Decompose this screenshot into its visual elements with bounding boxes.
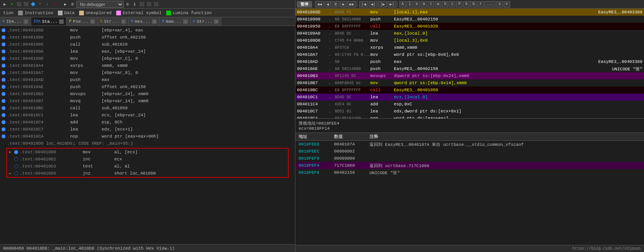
tab-hex-close[interactable]: ✕	[152, 19, 157, 24]
code-line-8[interactable]: .text:004010AD push eax	[0, 76, 295, 83]
toolbar-icon-pause[interactable]: ⏸	[69, 1, 76, 7]
d-ops-4: eax,[local.9]	[394, 31, 642, 36]
toolbar-icon-2[interactable]: ⬛	[23, 1, 29, 7]
rt-btn-1[interactable]: ◀◀	[315, 1, 324, 7]
rt-btn-b[interactable]: b	[470, 1, 477, 7]
disasm-line-13[interactable]: 004010C1 . 8D4D DC lea ecx,[local.9]	[295, 94, 644, 101]
disasm-line-15[interactable]: 004010C7 . 8D51 01 lea edx,dword ptr ds:…	[295, 108, 644, 115]
rt-btn-s[interactable]: s	[496, 1, 503, 7]
mem-row-3[interactable]: 0018FEF0 00000000	[295, 155, 644, 162]
pause-button[interactable]: 暂停	[297, 1, 312, 7]
debugger-select[interactable]: No debugger	[76, 1, 124, 8]
disasm-line-7[interactable]: 004010A7 . 66:C745 F8 0... mov word ptr …	[295, 51, 644, 58]
code-line-16[interactable]: .text:004010CA nop word ptr [eax+eax+00h…	[0, 133, 295, 140]
code-area[interactable]: .text:0040108D mov [ebp+var_4], eax .tex…	[0, 26, 295, 244]
rt-btn-dots[interactable]: ...	[484, 1, 496, 7]
rt-btn-h[interactable]: h	[442, 1, 448, 7]
toolbar-icon-settings[interactable]: ⚙	[124, 1, 131, 7]
rt-btn-8[interactable]: |▶	[378, 1, 387, 7]
loop-line-4[interactable]: ↩ .text:004010D5 jnz short loc_4010D0	[7, 170, 288, 177]
code-line-3[interactable]: .text:00401095 call sub_401020	[0, 41, 295, 48]
rt-btn-t[interactable]: t	[428, 1, 434, 7]
code-line-6[interactable]: .text:004010A4 xorps xmm0, xmm0	[0, 62, 295, 69]
disasm-line-8[interactable]: 004010AD . 50 push eax EasyRE3_.00403388	[295, 58, 644, 65]
disasm-line-6[interactable]: 004010A4 . 0F57C0 xorps xmm0,xmm0	[295, 44, 644, 51]
rt-btn-menu[interactable]: ≡	[504, 1, 510, 7]
rt-btn-2[interactable]: ◀	[325, 1, 331, 7]
toolbar-icon-more1[interactable]: ⬛	[139, 1, 145, 7]
disasm-line-10[interactable]: 004010B3 . 0F1145 DC movups dqword ptr s…	[295, 72, 644, 79]
rt-btn-k[interactable]: k	[463, 1, 470, 7]
disasm-line-1[interactable]: 00401080D . 8945 FC mov [local.1],eax Ea…	[295, 9, 644, 16]
code-line-12[interactable]: .text:004010BC call sub_401050	[0, 105, 295, 112]
code-line-15[interactable]: .text:004010C7 lea edx, [ecx+1]	[0, 126, 295, 133]
disasm-line-3[interactable]: 004010950 . E8 86FFFFFF call EasyRE3_.00…	[295, 23, 644, 30]
tab-nam[interactable]: N Nam... ✕	[160, 17, 191, 26]
rt-btn-P[interactable]: P	[456, 1, 462, 7]
tab-ida[interactable]: A IDA... ✕	[0, 17, 31, 26]
code-line-14[interactable]: .text:004010C4 add esp, 0Ch	[0, 119, 295, 126]
mem-row-4[interactable]: 0018FEF4 717C1060 返回到 ucrtbase.717C1060	[295, 162, 644, 169]
disasm-line-16[interactable]: 004010CA . 66:0F1F4400 nop word ptr ds:[…	[295, 115, 644, 119]
code-line-13[interactable]: .text:004010C1 lea ecx, [ebp+var_24]	[0, 112, 295, 119]
rt-btn-5[interactable]: ▶▶	[347, 1, 356, 7]
code-line-1[interactable]: .text:0040108D mov [ebp+var_4], eax	[0, 27, 295, 34]
rt-btn-m[interactable]: m	[421, 1, 427, 7]
code-line-7[interactable]: .text:004010A7 mov [ebp+var_8], 0	[0, 69, 295, 76]
rt-btn-4[interactable]: ▶	[340, 1, 347, 7]
disasm-line-14[interactable]: 004011C4 . 83C4 0C add esp,0xC	[295, 101, 644, 108]
rt-btn-w[interactable]: w	[435, 1, 441, 7]
tab-pse-close[interactable]: ✕	[90, 19, 95, 24]
loop-line-1[interactable]: ➤ .text:004010D0 mov al, [ecx]	[7, 149, 288, 156]
mem-row-2[interactable]: 0018FEEC 00000002	[295, 148, 644, 155]
tab-str1-close[interactable]: ✕	[121, 19, 126, 24]
rt-btn-c[interactable]: c	[449, 1, 455, 7]
mem-row-5[interactable]: 0018FEF8 00402158 UNICODE "张"	[295, 169, 644, 176]
rt-btn-A[interactable]: A	[399, 1, 406, 7]
toolbar-icon-blue[interactable]: 🔷	[30, 1, 36, 7]
tab-pse[interactable]: P Pse... ✕	[67, 17, 98, 26]
tab-nam-close[interactable]: ✕	[183, 19, 188, 24]
toolbar-icon-stop[interactable]: ✕	[51, 1, 58, 7]
disasm-line-5[interactable]: 0040109D0 . C745 F4 0000 mov [local.3],0…	[295, 37, 644, 44]
toolbar-icon-more3[interactable]: ⬛	[153, 1, 159, 7]
rt-btn-3[interactable]: ⏸	[332, 1, 340, 7]
rt-btn-7[interactable]: ◀|	[369, 1, 377, 7]
tab-str2-close[interactable]: ✕	[214, 19, 219, 24]
toolbar-icon-4[interactable]: ↓	[44, 1, 50, 7]
tab-sta-close[interactable]: ✕	[59, 19, 64, 24]
disasm-line-4[interactable]: 0040109A0 . 8D45 DC lea eax,[local.9]	[295, 30, 644, 37]
tab-str1[interactable]: S Str... ✕	[98, 17, 129, 26]
toolbar-icon-debug[interactable]: ▶	[2, 1, 8, 7]
toolbar-icon-3[interactable]: ↑	[37, 1, 43, 7]
toolbar-icon-more2[interactable]: ⬛	[146, 1, 152, 7]
toolbar-icon-green[interactable]: ●	[9, 1, 15, 7]
tab-sta[interactable]: IDA Sta... ✕	[31, 17, 67, 26]
mem-row-1[interactable]: 0018FEE8 0040107A 返回到 EasyRE3_.0040107A …	[295, 141, 644, 148]
rt-btn-9[interactable]: ▶|	[388, 1, 396, 7]
toolbar-icon-play[interactable]: ▶	[62, 1, 69, 7]
code-line-5[interactable]: .text:0040109D mov [ebp+var_C], 0	[0, 55, 295, 62]
disasm-line-11[interactable]: 004010B7 . 660Fd645 ec mov qword ptr ss:…	[295, 79, 644, 86]
code-line-10[interactable]: .text:004010B3 movups [ebp+var_24], xmm0	[0, 90, 295, 97]
code-line-2[interactable]: .text:00401090 push offset unk_402150	[0, 34, 295, 41]
toolbar-icon-info[interactable]: ℹ	[132, 1, 138, 7]
rt-btn-6[interactable]: |◀	[359, 1, 368, 7]
disasm-line-9[interactable]: 004010AE . 68 58214000 push EasyRE3_.004…	[295, 65, 644, 72]
rt-btn-r[interactable]: r	[477, 1, 484, 7]
disasm-line-12[interactable]: 004010BC . E8 8FFFFFFF call EasyRE3_.004…	[295, 86, 644, 94]
loop-line-3[interactable]: .text:004010D3 test al, al	[7, 163, 288, 170]
toolbar-icon-1[interactable]: ⬛	[16, 1, 22, 7]
code-line-4[interactable]: .text:0040109A lea eax, [ebp+var_24]	[0, 48, 295, 55]
loop-line-2[interactable]: .text:004010D2 inc ecx	[7, 156, 288, 163]
tab-ida-close[interactable]: ✕	[24, 19, 28, 24]
disasm-line-2[interactable]: 004010900 . 68 50214000 push EasyRE3_.00…	[295, 16, 644, 23]
rt-btn-e[interactable]: e	[414, 1, 420, 7]
code-line-11[interactable]: .text:004010B7 movq [ebp+var_14], xmm0	[0, 97, 295, 105]
tab-hex[interactable]: H Hex... ✕	[129, 17, 160, 26]
disasm-area[interactable]: 00401080D . 8945 FC mov [local.1],eax Ea…	[295, 9, 644, 119]
rt-btn-l[interactable]: l	[406, 1, 413, 7]
mem-area[interactable]: 0018FEE8 0040107A 返回到 EasyRE3_.0040107A …	[295, 141, 644, 245]
tab-str2[interactable]: A Str... ✕	[191, 17, 222, 26]
code-line-9[interactable]: .text:004010AE push offset unk_402158	[0, 83, 295, 90]
